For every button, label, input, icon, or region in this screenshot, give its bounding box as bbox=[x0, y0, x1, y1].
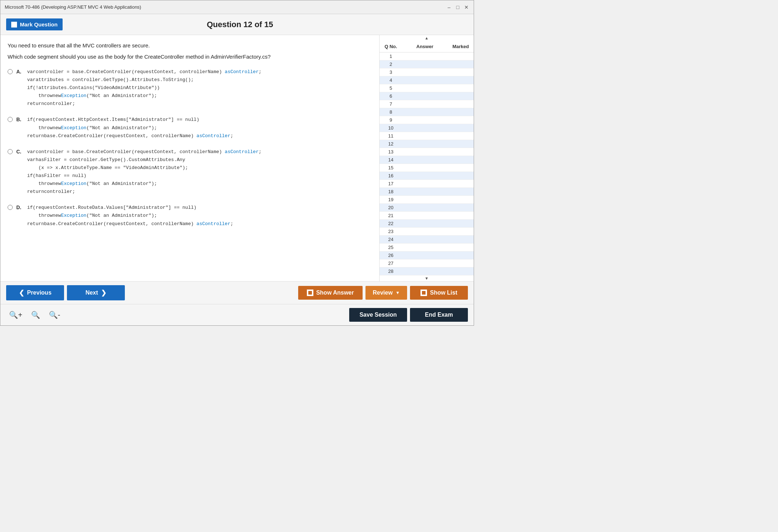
table-row[interactable]: 20 bbox=[380, 204, 474, 212]
window-controls: – □ ✕ bbox=[446, 4, 469, 10]
mark-question-button[interactable]: Mark Question bbox=[6, 18, 63, 30]
footer-nav-left: ❮ Previous Next ❯ bbox=[6, 285, 125, 300]
table-row[interactable]: 27 bbox=[380, 259, 474, 267]
table-row[interactable]: 6 bbox=[380, 92, 474, 100]
table-row[interactable]: 17 bbox=[380, 180, 474, 188]
show-answer-checkbox-icon bbox=[307, 290, 313, 296]
table-row[interactable]: 3 bbox=[380, 68, 474, 76]
question-area: You need to ensure that all the MVC cont… bbox=[0, 35, 380, 281]
scroll-up-indicator: ▲ bbox=[380, 35, 474, 41]
table-row[interactable]: 21 bbox=[380, 212, 474, 220]
show-list-button[interactable]: Show List bbox=[410, 286, 468, 300]
table-row[interactable]: 10 bbox=[380, 124, 474, 132]
col-qno-header: Q No. bbox=[382, 44, 400, 49]
show-list-label: Show List bbox=[430, 290, 457, 296]
table-row[interactable]: 4 bbox=[380, 76, 474, 84]
header: Mark Question Question 12 of 15 bbox=[0, 14, 474, 35]
zoom-reset-button[interactable]: 🔍 bbox=[28, 309, 43, 321]
zoom-out-button[interactable]: 🔍- bbox=[46, 309, 63, 321]
main-content: You need to ensure that all the MVC cont… bbox=[0, 35, 474, 281]
table-row[interactable]: 13 bbox=[380, 148, 474, 156]
footer-session-controls: Save Session End Exam bbox=[349, 308, 468, 322]
close-button[interactable]: ✕ bbox=[464, 4, 469, 10]
next-chevron-icon: ❯ bbox=[101, 289, 106, 297]
panel-header: Q No. Answer Marked bbox=[380, 41, 474, 52]
option-d-label: D. bbox=[16, 204, 24, 210]
app-window: Microsoft 70-486 (Developing ASP.NET MVC… bbox=[0, 0, 474, 326]
table-row[interactable]: 19 bbox=[380, 196, 474, 204]
table-row[interactable]: 22 bbox=[380, 220, 474, 228]
question-text2: Which code segment should you use as the… bbox=[8, 53, 372, 61]
mark-question-label: Mark Question bbox=[20, 21, 58, 28]
show-answer-button[interactable]: Show Answer bbox=[298, 286, 363, 300]
table-row[interactable]: 5 bbox=[380, 84, 474, 92]
table-row[interactable]: 14 bbox=[380, 156, 474, 164]
title-bar: Microsoft 70-486 (Developing ASP.NET MVC… bbox=[0, 0, 474, 14]
scroll-up-arrow[interactable]: ▲ bbox=[425, 36, 429, 40]
review-button[interactable]: Review ▼ bbox=[365, 286, 407, 300]
table-row[interactable]: 28 bbox=[380, 267, 474, 275]
table-row[interactable]: 15 bbox=[380, 164, 474, 172]
table-row[interactable]: 11 bbox=[380, 132, 474, 140]
table-row[interactable]: 7 bbox=[380, 100, 474, 108]
questions-list: 1234567891011121314151617181920212223242… bbox=[380, 52, 474, 275]
table-row[interactable]: 26 bbox=[380, 252, 474, 259]
previous-button[interactable]: ❮ Previous bbox=[6, 285, 64, 300]
radio-c[interactable] bbox=[8, 149, 13, 154]
footer: ❮ Previous Next ❯ Show Answer Review ▼ bbox=[0, 281, 474, 325]
col-answer-header: Answer bbox=[401, 44, 448, 49]
table-row[interactable]: 9 bbox=[380, 116, 474, 124]
show-list-checkbox-icon bbox=[420, 290, 427, 296]
end-exam-button[interactable]: End Exam bbox=[410, 308, 468, 322]
prev-chevron-icon: ❮ bbox=[19, 289, 24, 297]
table-row[interactable]: 25 bbox=[380, 244, 474, 252]
table-row[interactable]: 18 bbox=[380, 188, 474, 196]
code-a: varcontroller = base.CreateController(re… bbox=[27, 68, 262, 108]
footer-nav-right: Show Answer Review ▼ Show List bbox=[298, 286, 468, 300]
scroll-down-arrow[interactable]: ▼ bbox=[425, 276, 429, 280]
previous-label: Previous bbox=[27, 290, 52, 296]
option-b: B. if(requestContext.HttpContext.Items["… bbox=[8, 116, 372, 140]
radio-d[interactable] bbox=[8, 205, 13, 210]
table-row[interactable]: 1 bbox=[380, 52, 474, 60]
table-row[interactable]: 23 bbox=[380, 228, 474, 236]
maximize-button[interactable]: □ bbox=[455, 4, 461, 10]
footer-nav-row: ❮ Previous Next ❯ Show Answer Review ▼ bbox=[0, 282, 474, 304]
option-a-label: A. bbox=[16, 69, 24, 75]
radio-a[interactable] bbox=[8, 69, 13, 74]
review-dropdown-icon: ▼ bbox=[396, 290, 400, 295]
minimize-button[interactable]: – bbox=[446, 4, 452, 10]
code-b: if(requestContext.HttpContext.Items["Adm… bbox=[27, 116, 233, 140]
zoom-in-button[interactable]: 🔍+ bbox=[6, 309, 25, 321]
zoom-controls: 🔍+ 🔍 🔍- bbox=[6, 309, 63, 321]
review-label: Review bbox=[373, 290, 393, 296]
radio-b[interactable] bbox=[8, 117, 13, 122]
option-d: D. if(requestContext.RouteData.Values["A… bbox=[8, 204, 372, 228]
table-row[interactable]: 16 bbox=[380, 172, 474, 180]
save-session-label: Save Session bbox=[359, 312, 397, 318]
question-title: Question 12 of 15 bbox=[207, 20, 273, 29]
save-session-button[interactable]: Save Session bbox=[349, 308, 407, 322]
mark-checkbox-icon bbox=[11, 22, 17, 28]
option-b-label: B. bbox=[16, 117, 24, 122]
right-panel: ▲ Q No. Answer Marked 123456789101112131… bbox=[380, 35, 474, 281]
table-row[interactable]: 2 bbox=[380, 60, 474, 68]
show-answer-label: Show Answer bbox=[316, 290, 354, 296]
next-button[interactable]: Next ❯ bbox=[67, 285, 125, 300]
window-title: Microsoft 70-486 (Developing ASP.NET MVC… bbox=[5, 4, 141, 10]
footer-action-row: 🔍+ 🔍 🔍- Save Session End Exam bbox=[0, 304, 474, 325]
table-row[interactable]: 24 bbox=[380, 236, 474, 244]
end-exam-label: End Exam bbox=[425, 312, 453, 318]
question-text1: You need to ensure that all the MVC cont… bbox=[8, 42, 372, 50]
next-label: Next bbox=[85, 290, 98, 296]
code-d: if(requestContext.RouteData.Values["Admi… bbox=[27, 204, 233, 228]
table-row[interactable]: 12 bbox=[380, 140, 474, 148]
scroll-down-indicator: ▼ bbox=[380, 275, 474, 281]
col-marked-header: Marked bbox=[450, 44, 472, 49]
option-a: A. varcontroller = base.CreateController… bbox=[8, 68, 372, 108]
table-row[interactable]: 8 bbox=[380, 108, 474, 116]
option-c-label: C. bbox=[16, 149, 24, 155]
code-c: varcontroller = base.CreateController(re… bbox=[27, 148, 262, 196]
option-c: C. varcontroller = base.CreateController… bbox=[8, 148, 372, 196]
